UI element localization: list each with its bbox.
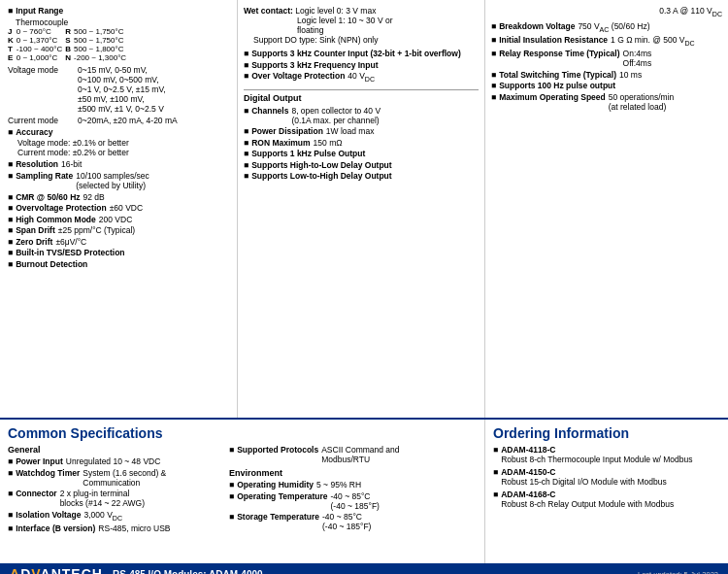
- bullet-watchdog: ■: [8, 468, 13, 488]
- ordering-item-1-content: ADAM-4150-C Robust 15-ch Digital I/O Mod…: [501, 467, 667, 487]
- zero-drift-value: ±6μV/°C: [55, 237, 86, 247]
- bottom-row: Common Specifications General ■ Power In…: [0, 418, 728, 563]
- footer-note-right: Last updated: 5-Jul-2023: [638, 570, 718, 575]
- digital-output-title: Digital Output: [244, 93, 479, 103]
- bullet-ordering-2: ■: [493, 490, 498, 509]
- bullet-zero-drift: ■: [8, 237, 13, 247]
- high-common-label: High Common Mode: [16, 215, 96, 224]
- section-divider: [244, 89, 479, 90]
- over-voltage-value: 40 VDC: [347, 71, 375, 84]
- interface-value: RS-485, micro USB: [98, 523, 170, 533]
- counter-row: ■ Supports 3 kHz Counter Input (32-bit +…: [244, 49, 479, 58]
- pulse-output-label: Supports 1 kHz Pulse Output: [251, 149, 365, 158]
- sampling-row: ■ Sampling Rate 10/100 samples/sec(selec…: [8, 171, 231, 190]
- general-title: General: [8, 445, 221, 455]
- watchdog-row: ■ Watchdog Timer System (1.6 second) &Co…: [8, 468, 221, 488]
- power-input-value: Unregulated 10 ~ 48 VDC: [66, 456, 161, 466]
- resolution-value: 16-bit: [61, 159, 82, 169]
- voltage-mode-value: 0~15 mV, 0-50 mV,0~100 mV, 0~500 mV,0~1 …: [78, 65, 166, 114]
- bullet-supports-100hz: ■: [491, 81, 496, 90]
- connector-row: ■ Connector 2 x plug-in terminalblocks (…: [8, 489, 221, 508]
- bullet-builtin-tvs: ■: [8, 248, 13, 257]
- footer-product-line: RS-485 I/O Modules: ADAM-4000: [113, 569, 263, 575]
- overvoltage-value: ±60 VDC: [110, 203, 143, 213]
- watchdog-value: System (1.6 second) &Communication: [83, 468, 166, 488]
- bullet-ron-max: ■: [244, 138, 248, 148]
- bullet-connector: ■: [8, 489, 13, 508]
- cmr-value: 92 dB: [83, 192, 105, 202]
- zero-drift-label: Zero Drift: [16, 237, 52, 247]
- initial-insulation-value: 1 G Ω min. @ 500 VDC: [611, 35, 695, 48]
- bullet-max-operating: ■: [491, 92, 496, 112]
- bullet-burnout: ■: [8, 259, 13, 269]
- accuracy-label: Accuracy: [16, 127, 52, 137]
- frequency-row: ■ Supports 3 kHz Frequency Input: [244, 60, 479, 70]
- power-diss-label: Power Dissipation: [251, 126, 323, 136]
- input-range-title: Input Range: [16, 6, 63, 16]
- bullet-initial-insulation: ■: [491, 35, 496, 48]
- right-column: 0.3 A @ 110 VDC ■ Breakdown Voltage 750 …: [485, 0, 728, 418]
- ordering-desc-1: Robust 15-ch Digital I/O Module with Mod…: [501, 477, 667, 487]
- ordering-item-1: ■ ADAM-4150-C Robust 15-ch Digital I/O M…: [493, 467, 720, 487]
- accuracy-row: ■ Accuracy: [8, 127, 231, 137]
- ron-max-value: 150 mΩ: [314, 138, 343, 148]
- cmr-row: ■ CMR @ 50/60 Hz 92 dB: [8, 192, 231, 202]
- overvoltage-row: ■ Overvoltage Protection ±60 VDC: [8, 203, 231, 213]
- common-right: ■ Supported Protocols ASCII Command andM…: [229, 445, 443, 534]
- current-value: 0.3 A @ 110 VDC: [659, 6, 722, 16]
- initial-insulation-row: ■ Initial Insulation Resistance 1 G Ω mi…: [491, 35, 722, 48]
- bullet-op-temp: ■: [229, 491, 234, 511]
- supports-100hz-label: Supports 100 Hz pulse output: [499, 81, 615, 90]
- span-drift-value: ±25 ppm/°C (Typical): [58, 225, 135, 235]
- ordering-item-0: ■ ADAM-4118-C Robust 8-ch Thermocouple I…: [493, 445, 720, 464]
- left-column: ■ Input Range Thermocouple J0 ~ 760°C R5…: [0, 0, 238, 418]
- bullet-pulse-output: ■: [244, 149, 248, 158]
- ordering-code-2: ADAM-4168-C: [501, 490, 555, 499]
- bullet-span-drift: ■: [8, 225, 13, 235]
- cmr-label: CMR @ 50/60 Hz: [16, 192, 80, 202]
- high-common-value: 200 VDC: [99, 215, 133, 224]
- common-specs-inner: General ■ Power Input Unregulated 10 ~ 4…: [8, 445, 477, 534]
- op-humidity-row: ■ Operating Humidity 5 ~ 95% RH: [229, 480, 443, 490]
- wet-contact-block: Wet contact: Logic level 0: 3 V max Logi…: [244, 6, 479, 45]
- footer: ADVANTECH RS-485 I/O Modules: ADAM-4000 …: [0, 563, 728, 574]
- interface-row: ■ Interface (B version) RS-485, micro US…: [8, 523, 221, 533]
- common-specs-section: Common Specifications General ■ Power In…: [0, 420, 485, 563]
- environment-title: Environment: [229, 468, 443, 478]
- bullet-breakdown: ■: [491, 21, 496, 34]
- sampling-value: 10/100 samples/sec(selected by Utility): [76, 171, 149, 190]
- bullet-power-input: ■: [8, 456, 13, 466]
- max-operating-label: Maximum Operating Speed: [499, 92, 606, 112]
- initial-insulation-label: Initial Insulation Resistance: [499, 35, 608, 48]
- counter-label: Supports 3 kHz Counter Input (32-bit + 1…: [251, 49, 461, 58]
- ordering-item-0-content: ADAM-4118-C Robust 8-ch Thermocouple Inp…: [501, 445, 692, 464]
- op-temp-value: -40 ~ 85°C(-40 ~ 185°F): [331, 491, 380, 511]
- isolation-row: ■ Isolation Voltage 3,000 VDC: [8, 510, 221, 523]
- burnout-label: Burnout Detection: [16, 259, 87, 269]
- ordering-code-0: ADAM-4118-C: [501, 445, 555, 455]
- total-switching-value: 10 ms: [619, 70, 642, 80]
- storage-temp-value: -40 ~ 85°C(-40 ~ 185°F): [322, 512, 371, 531]
- bullet-frequency: ■: [244, 60, 248, 70]
- sampling-label: Sampling Rate: [16, 171, 73, 190]
- resolution-row: ■ Resolution 16-bit: [8, 159, 231, 169]
- bullet-accuracy: ■: [8, 127, 13, 137]
- bullet-relay-response: ■: [491, 49, 496, 68]
- watchdog-label: Watchdog Timer: [16, 468, 80, 488]
- bullet-ordering-0: ■: [493, 445, 498, 464]
- high-common-row: ■ High Common Mode 200 VDC: [8, 215, 231, 224]
- bullet-supported-protocols: ■: [229, 445, 234, 464]
- bullet-sampling: ■: [8, 171, 13, 190]
- bullet-high-common: ■: [8, 215, 13, 224]
- relay-response-value: On:4msOff:4ms: [623, 49, 652, 68]
- op-humidity-label: Operating Humidity: [237, 480, 314, 490]
- voltage-mode-label: Voltage mode: [8, 65, 78, 114]
- channels-label: Channels: [251, 106, 288, 125]
- current-mode-row: Current mode 0~20mA, ±20 mA, 4-20 mA: [8, 116, 231, 125]
- footer-brand: ADVANTECH RS-485 I/O Modules: ADAM-4000: [10, 566, 263, 574]
- ordering-code-1: ADAM-4150-C: [501, 467, 555, 477]
- bullet-input-range: ■: [8, 6, 13, 16]
- bullet-interface: ■: [8, 523, 13, 533]
- thermocouple-label: Thermocouple: [8, 17, 231, 27]
- bullet-storage-temp: ■: [229, 512, 234, 531]
